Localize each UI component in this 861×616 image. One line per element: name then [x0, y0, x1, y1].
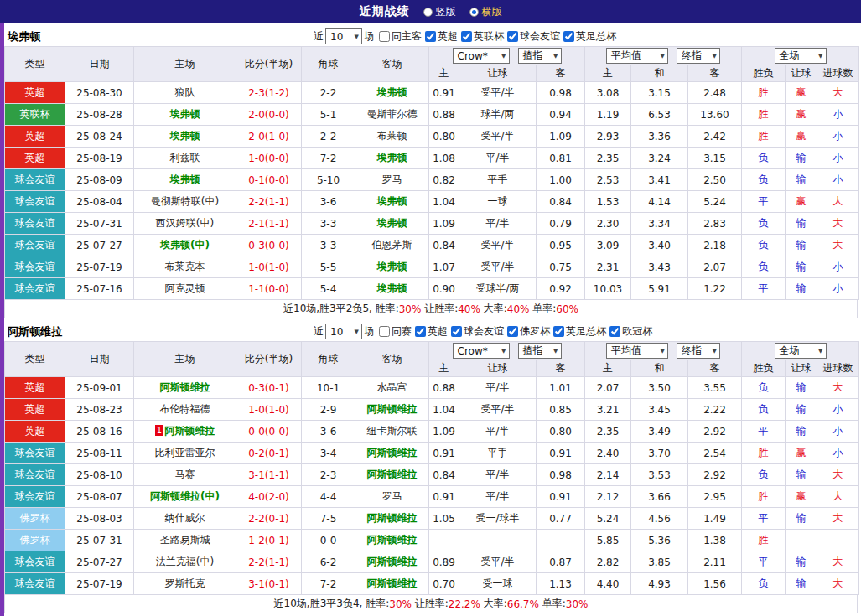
team-header-row: 埃弗顿 近 10 ▼ 场 同主客英超英联杯球会友谊英足总杯	[4, 27, 858, 46]
checkbox-input[interactable]	[425, 31, 436, 42]
home-team-name: 布伦特福德	[160, 403, 210, 415]
corners-cell: 5-4	[302, 278, 355, 300]
index-select[interactable]: 揸指 ▼	[518, 343, 562, 359]
bookmaker-select[interactable]: Crow* ▼	[453, 48, 510, 64]
chevron-down-icon: ▼	[661, 348, 665, 355]
match-row: 球会友谊25-08-07阿斯顿维拉(中)4-0(2-0)4-4罗马0.91平/半…	[5, 486, 859, 508]
filter-checkbox[interactable]: 同赛	[379, 324, 412, 339]
fullmatch-group-header: 全场 ▼	[742, 47, 859, 65]
odds-home-cell: 0.84	[429, 464, 459, 486]
away-team-cell: 阿斯顿维拉	[355, 573, 429, 595]
checkbox-label: 英足总杯	[566, 324, 606, 339]
odds-home-cell: 0.70	[429, 573, 459, 595]
filter-checkbox[interactable]: 英足总杯	[563, 29, 616, 44]
avg-draw-cell: 4.93	[631, 573, 688, 595]
match-count-value: 10	[330, 31, 343, 43]
away-team-name: 罗马	[382, 490, 402, 502]
away-team-cell: 阿斯顿维拉	[355, 464, 429, 486]
odds-home-cell: 0.88	[429, 377, 459, 399]
summary-text: 让胜率:	[412, 597, 449, 611]
avg-home-cell: 5.24	[585, 508, 631, 530]
filter-checkbox[interactable]: 球会友谊	[451, 324, 504, 339]
filter-checkbox[interactable]: 佛罗杯	[507, 324, 550, 339]
competition-type-cell: 佛罗杯	[5, 508, 65, 530]
filter-checkbox[interactable]: 英超	[415, 324, 448, 339]
avg-away-cell: 1.38	[688, 530, 742, 551]
away-team-cell: 阿斯顿维拉	[355, 399, 429, 421]
odds-away-cell: 0.98	[537, 82, 585, 104]
scope-select[interactable]: 全场 ▼	[775, 343, 827, 359]
date-cell: 25-08-07	[65, 486, 134, 508]
team-section: 阿斯顿维拉 近 10 ▼ 场 同赛英超球会友谊佛罗杯英足总杯欧冠杯 类型	[4, 322, 858, 613]
avg-draw-cell: 3.15	[631, 82, 688, 104]
checkbox-input[interactable]	[415, 326, 426, 337]
match-count-select[interactable]: 10 ▼	[325, 324, 362, 339]
sub-result-header: 胜负	[742, 360, 786, 377]
result-cell: 胜	[742, 530, 786, 551]
checkbox-input[interactable]	[379, 326, 390, 337]
checkbox-input[interactable]	[451, 326, 462, 337]
odds-home-cell: 0.89	[429, 551, 459, 573]
filter-checkbox[interactable]: 球会友谊	[507, 29, 560, 44]
avg-home-cell: 2.93	[585, 126, 631, 148]
goals-result-cell: 小	[817, 256, 859, 278]
radio-label-vertical: 竖版	[436, 5, 456, 19]
date-cell: 25-07-31	[65, 530, 134, 551]
competition-type-cell: 佛罗杯	[5, 530, 65, 551]
filter-checkbox[interactable]: 同主客	[379, 29, 422, 44]
filter-checkbox[interactable]: 欧冠杯	[609, 324, 652, 339]
odds-away-cell: 0.80	[537, 421, 585, 443]
corners-cell: 5-1	[302, 104, 355, 126]
odds-handicap-cell: 受平/半	[459, 256, 537, 278]
match-table-body: 英超25-08-30狼队2-3(1-2)2-2埃弗顿0.91受平/半0.983.…	[5, 82, 859, 300]
checkbox-input[interactable]	[507, 326, 518, 337]
home-team-name: 埃弗顿(中)	[160, 239, 210, 251]
corners-cell: 7-5	[302, 508, 355, 530]
result-cell: 胜	[742, 104, 786, 126]
col-away-header: 客场	[355, 47, 429, 82]
filter-checkbox[interactable]: 英超	[425, 29, 458, 44]
col-home-header: 主场	[134, 47, 236, 82]
away-team-name: 埃弗顿	[377, 195, 407, 207]
goals-result-cell: 小	[817, 148, 859, 169]
corners-cell: 7-2	[302, 573, 355, 595]
layout-radio-horizontal[interactable]: 横版	[469, 5, 502, 19]
avg-home-cell: 2.30	[585, 213, 631, 235]
date-cell: 25-07-27	[65, 235, 134, 256]
away-team-name: 阿斯顿维拉	[367, 512, 418, 524]
sub-avg-away-header: 客	[688, 65, 742, 82]
away-team-name: 阿斯顿维拉	[367, 403, 418, 415]
checkbox-input[interactable]	[507, 31, 518, 42]
home-team-name: 马赛	[175, 468, 195, 480]
handicap-result-cell: 输	[786, 464, 817, 486]
checkbox-input[interactable]	[609, 326, 620, 337]
match-row: 球会友谊25-08-09埃弗顿0-1(0-0)5-10罗马0.82平手1.002…	[5, 169, 859, 191]
avg-away-cell: 1.22	[688, 278, 742, 300]
average-select[interactable]: 平均值 ▼	[606, 48, 668, 64]
checkbox-input[interactable]	[379, 31, 390, 42]
final-index-select[interactable]: 终指 ▼	[677, 343, 720, 359]
scope-select[interactable]: 全场 ▼	[775, 48, 827, 64]
home-team-cell: 西汉姆联(中)	[134, 213, 236, 235]
filter-checkbox[interactable]: 英足总杯	[553, 324, 606, 339]
average-select[interactable]: 平均值 ▼	[606, 343, 668, 359]
avg-away-cell: 2.54	[688, 443, 742, 464]
checkbox-input[interactable]	[563, 31, 574, 42]
odds-away-cell: 0.91	[537, 443, 585, 464]
checkbox-input[interactable]	[553, 326, 564, 337]
index-select[interactable]: 揸指 ▼	[518, 48, 562, 64]
checkbox-input[interactable]	[461, 31, 472, 42]
filter-checkboxes: 同赛英超球会友谊佛罗杯英足总杯欧冠杯	[376, 324, 652, 339]
final-index-select[interactable]: 终指 ▼	[677, 48, 720, 64]
odds-home-cell: 0.84	[429, 235, 459, 256]
away-team-cell: 埃弗顿	[355, 213, 429, 235]
corners-cell: 2-2	[302, 82, 355, 104]
date-cell: 25-08-03	[65, 508, 134, 530]
col-corner-header: 角球	[302, 342, 355, 377]
odds-handicap-cell	[459, 530, 537, 551]
bookmaker-select[interactable]: Crow* ▼	[453, 343, 510, 359]
match-count-select[interactable]: 10 ▼	[325, 28, 362, 44]
layout-radio-vertical[interactable]: 竖版	[423, 5, 456, 19]
filter-checkbox[interactable]: 英联杯	[461, 29, 504, 44]
avg-away-cell: 3.15	[688, 148, 742, 169]
